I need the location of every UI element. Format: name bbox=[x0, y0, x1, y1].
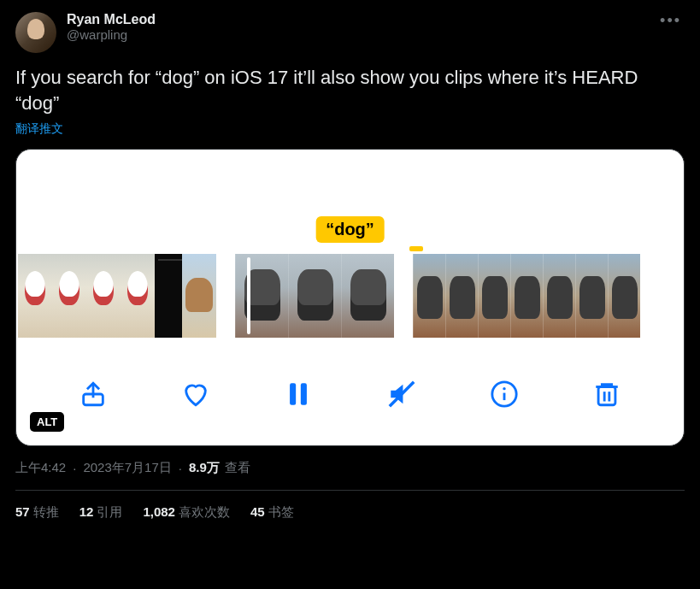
info-icon[interactable] bbox=[485, 375, 523, 413]
svg-rect-7 bbox=[598, 387, 615, 405]
alt-badge[interactable]: ALT bbox=[30, 412, 64, 432]
svg-rect-2 bbox=[301, 383, 307, 405]
playhead[interactable] bbox=[247, 257, 250, 334]
video-timeline: xxxxxxxxxxxxxxxxxxxxxxxxxxxxxxxx bbox=[16, 254, 684, 338]
thumbnail bbox=[235, 254, 288, 338]
svg-rect-1 bbox=[290, 383, 296, 405]
tweet-date[interactable]: 2023年7月17日 bbox=[83, 460, 171, 476]
views-count: 8.9万 bbox=[189, 460, 220, 476]
timeline-marker bbox=[409, 246, 423, 251]
retweets-stat[interactable]: 57转推 bbox=[15, 504, 59, 521]
tweet-time[interactable]: 上午4:42 bbox=[15, 460, 66, 476]
thumbnail: xxxxxxxxxxxxxxxxxxxxxxxxxxxxxxxx bbox=[155, 254, 182, 338]
player-controls bbox=[16, 353, 684, 445]
author-names[interactable]: Ryan McLeod @warpling bbox=[67, 12, 656, 42]
likes-stat[interactable]: 1,082喜欢次数 bbox=[143, 504, 230, 521]
more-icon[interactable]: ••• bbox=[656, 12, 685, 30]
bookmarks-stat[interactable]: 45书签 bbox=[250, 504, 294, 521]
clip-2 bbox=[235, 254, 394, 338]
avatar[interactable] bbox=[15, 12, 56, 53]
thumbnail bbox=[478, 254, 510, 338]
thumbnail bbox=[52, 254, 86, 338]
thumbnail bbox=[341, 254, 394, 338]
thumbnail bbox=[121, 254, 155, 338]
thumbnail bbox=[575, 254, 608, 338]
share-icon[interactable] bbox=[74, 375, 112, 413]
quotes-stat[interactable]: 12引用 bbox=[79, 504, 123, 521]
tweet-text: If you search for “dog” on iOS 17 it’ll … bbox=[15, 65, 685, 116]
heart-icon[interactable] bbox=[177, 375, 215, 413]
thumbnail bbox=[86, 254, 121, 338]
handle: @warpling bbox=[67, 27, 656, 42]
thumbnail bbox=[288, 254, 341, 338]
thumbnail bbox=[445, 254, 478, 338]
tweet-stats: 57转推 12引用 1,082喜欢次数 45书签 bbox=[15, 491, 685, 534]
thumbnail bbox=[510, 254, 543, 338]
display-name: Ryan McLeod bbox=[67, 12, 656, 27]
views-label: 查看 bbox=[225, 460, 250, 476]
clip-3 bbox=[413, 254, 640, 338]
thumbnail bbox=[18, 254, 52, 338]
trash-icon[interactable] bbox=[588, 375, 626, 413]
tweet-container: Ryan McLeod @warpling ••• If you search … bbox=[0, 0, 700, 534]
media-card[interactable]: “dog” xxxxxxxxxxxxxxxxxxxxxxxxxxxxxxxx bbox=[15, 149, 685, 446]
pause-icon[interactable] bbox=[279, 375, 317, 413]
caption-badge: “dog” bbox=[315, 216, 385, 243]
thumbnail bbox=[413, 254, 445, 338]
clip-1: xxxxxxxxxxxxxxxxxxxxxxxxxxxxxxxx bbox=[18, 254, 216, 338]
mute-icon[interactable] bbox=[383, 375, 421, 413]
translate-link[interactable]: 翻译推文 bbox=[15, 121, 685, 137]
svg-point-6 bbox=[503, 387, 505, 390]
tweet-header: Ryan McLeod @warpling ••• bbox=[15, 12, 685, 53]
thumbnail bbox=[608, 254, 640, 338]
tweet-meta: 上午4:42 · 2023年7月17日 · 8.9万 查看 bbox=[15, 460, 685, 476]
thumbnail bbox=[543, 254, 575, 338]
thumbnail bbox=[182, 254, 216, 338]
